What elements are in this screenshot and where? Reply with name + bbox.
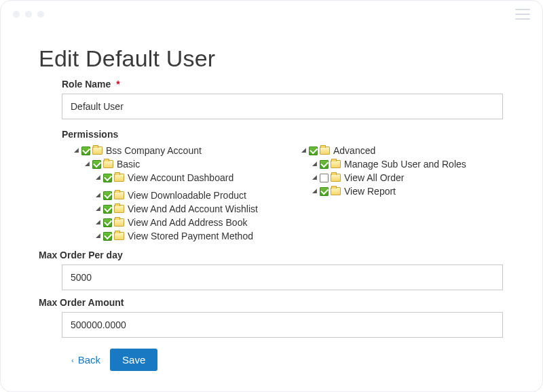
checkbox-icon[interactable]: [320, 174, 329, 182]
page-title: Edit Default User: [39, 45, 504, 72]
required-asterisk: *: [116, 79, 119, 90]
tree-node-root-right[interactable]: ◢ Advanced: [300, 144, 503, 157]
tree-node-root-left[interactable]: ◢ Bss Company Account: [73, 144, 276, 157]
caret-icon[interactable]: ◢: [83, 160, 90, 167]
caret-icon[interactable]: ◢: [94, 232, 101, 239]
node-label: Bss Company Account: [106, 144, 202, 157]
window-dot[interactable]: [25, 11, 32, 18]
caret-icon[interactable]: ◢: [94, 174, 101, 180]
caret-icon[interactable]: ◢: [94, 191, 101, 198]
node-label: View Report: [344, 184, 396, 198]
folder-icon: [114, 218, 124, 227]
folder-icon: [331, 160, 341, 168]
checkbox-icon[interactable]: [103, 218, 112, 227]
node-label: View Stored Payment Method: [128, 229, 253, 243]
node-label: View Downloadable Product: [128, 189, 246, 202]
window-dot[interactable]: [37, 11, 44, 18]
max-order-amount-input[interactable]: [62, 312, 503, 338]
folder-icon: [331, 187, 341, 195]
tree-node[interactable]: ◢ Manage Sub User and Roles: [311, 157, 503, 171]
folder-icon: [114, 191, 124, 199]
back-button[interactable]: ‹ Back: [71, 354, 100, 366]
checkbox-icon[interactable]: [103, 232, 112, 241]
caret-icon[interactable]: ◢: [311, 174, 318, 180]
checkbox-icon[interactable]: [309, 146, 318, 155]
actions-row: ‹ Back Save: [71, 349, 503, 371]
tree-left: ◢ Bss Company Account ◢: [62, 144, 276, 243]
caret-icon[interactable]: ◢: [73, 146, 79, 153]
folder-icon: [114, 232, 124, 240]
back-label: Back: [78, 354, 100, 366]
node-label: View Account Dashboard: [128, 171, 233, 184]
node-label: Advanced: [333, 144, 375, 157]
max-order-per-day-input[interactable]: [62, 264, 503, 290]
folder-icon: [103, 160, 113, 168]
caret-icon[interactable]: ◢: [311, 187, 318, 194]
checkbox-icon[interactable]: [81, 146, 90, 155]
titlebar: [1, 1, 542, 28]
node-label: View And Add Address Book: [128, 216, 247, 229]
hamburger-icon[interactable]: [515, 9, 530, 20]
role-name-label: Role Name *: [62, 79, 503, 90]
max-order-amount-label: Max Order Amount: [39, 297, 503, 308]
checkbox-icon[interactable]: [320, 187, 329, 196]
window-dot[interactable]: [13, 11, 20, 18]
tree-node-basic[interactable]: ◢ Basic: [83, 157, 276, 171]
caret-icon[interactable]: ◢: [311, 160, 318, 167]
role-name-input[interactable]: [62, 94, 503, 119]
permissions-tree: ◢ Bss Company Account ◢: [62, 144, 503, 243]
tree-right: ◢ Advanced ◢ Manage Sub User and Roles: [289, 144, 503, 243]
node-label: View All Order: [344, 171, 404, 184]
tree-node[interactable]: ◢ View All Order: [311, 171, 503, 184]
role-name-label-text: Role Name: [62, 79, 111, 90]
node-label: Manage Sub User and Roles: [344, 157, 466, 171]
node-label: View And Add Account Wishlist: [128, 202, 258, 216]
tree-node[interactable]: ◢ View Account Dashboard: [94, 171, 276, 184]
tree-node[interactable]: ◢ View And Add Account Wishlist: [94, 202, 276, 216]
folder-icon: [92, 146, 102, 155]
checkbox-icon[interactable]: [103, 174, 112, 182]
folder-icon: [320, 146, 330, 155]
tree-node[interactable]: ◢ View Report: [311, 184, 503, 198]
window-controls: [13, 11, 44, 18]
max-order-per-day-label: Max Order Per day: [39, 250, 503, 260]
permissions-heading: Permissions: [62, 129, 503, 140]
node-label: Basic: [117, 157, 140, 171]
folder-icon: [114, 205, 124, 213]
checkbox-icon[interactable]: [103, 191, 112, 200]
tree-node[interactable]: ◢ View Stored Payment Method: [94, 229, 276, 243]
tree-node[interactable]: ◢ View And Add Address Book: [94, 216, 276, 229]
tree-node[interactable]: ◢ View Downloadable Product: [94, 189, 276, 202]
caret-icon[interactable]: ◢: [300, 146, 307, 153]
caret-icon[interactable]: ◢: [94, 218, 101, 225]
chevron-left-icon: ‹: [71, 356, 74, 364]
folder-icon: [331, 174, 341, 182]
checkbox-icon[interactable]: [92, 160, 101, 169]
checkbox-icon[interactable]: [320, 160, 329, 169]
caret-icon[interactable]: ◢: [94, 205, 101, 212]
content: Edit Default User Role Name * Permission…: [1, 28, 542, 385]
save-button[interactable]: Save: [110, 349, 157, 371]
checkbox-icon[interactable]: [103, 205, 112, 214]
window-frame: Edit Default User Role Name * Permission…: [0, 0, 543, 392]
folder-icon: [114, 174, 124, 182]
